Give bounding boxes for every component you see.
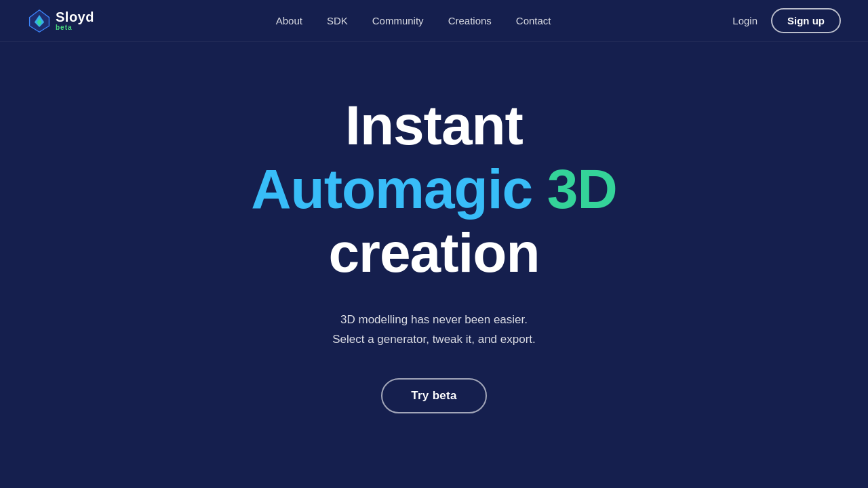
nav-link-creations[interactable]: Creations (448, 15, 492, 26)
nav-item-community[interactable]: Community (372, 15, 424, 27)
login-button[interactable]: Login (732, 15, 757, 26)
nav-link-community[interactable]: Community (372, 15, 424, 26)
logo-text: Sloyd beta (56, 10, 94, 31)
hero-subtitle: 3D modelling has never been easier. Sele… (332, 310, 536, 350)
hero-line3: creation (329, 224, 540, 282)
nav-link-sdk[interactable]: SDK (327, 15, 348, 26)
nav-item-about[interactable]: About (276, 15, 302, 27)
signup-button[interactable]: Sign up (771, 8, 841, 33)
logo-name: Sloyd (56, 10, 94, 24)
hero-line1: Instant (345, 96, 523, 155)
try-beta-button[interactable]: Try beta (381, 378, 487, 413)
navbar: Sloyd beta About SDK Community Creations… (0, 0, 868, 42)
nav-actions: Login Sign up (732, 8, 841, 33)
logo-beta: beta (56, 24, 94, 31)
logo-icon (27, 9, 52, 33)
hero-subtitle-line2: Select a generator, tweak it, and export… (332, 330, 536, 350)
hero-3d-word: 3D (547, 158, 617, 220)
hero-section: Instant Automagic 3D creation 3D modelli… (0, 42, 868, 454)
nav-item-sdk[interactable]: SDK (327, 15, 348, 27)
nav-item-creations[interactable]: Creations (448, 15, 492, 27)
nav-link-about[interactable]: About (276, 15, 302, 26)
nav-link-contact[interactable]: Contact (516, 15, 551, 26)
hero-subtitle-line1: 3D modelling has never been easier. (332, 310, 536, 330)
logo[interactable]: Sloyd beta (27, 9, 94, 33)
nav-item-contact[interactable]: Contact (516, 15, 551, 27)
hero-line2: Automagic 3D (251, 160, 616, 218)
nav-links: About SDK Community Creations Contact (276, 15, 551, 27)
hero-automagic-word: Automagic (251, 158, 532, 220)
